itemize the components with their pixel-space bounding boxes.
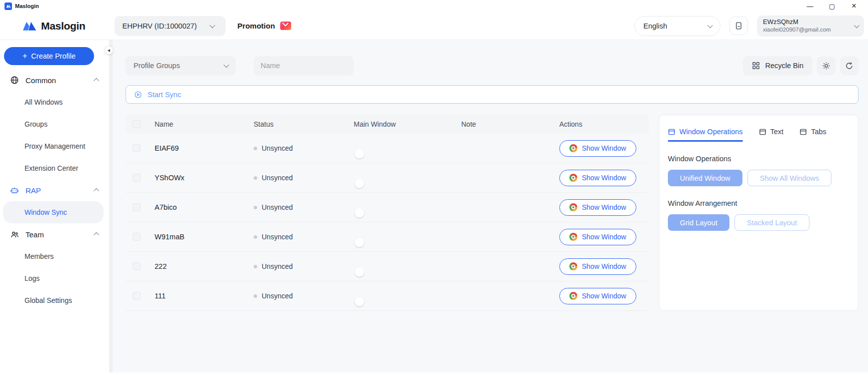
sidebar-item-groups[interactable]: Groups (0, 113, 109, 135)
sidebar-item-extension-center[interactable]: Extension Center (0, 157, 109, 179)
row-checkbox[interactable] (133, 174, 141, 182)
select-all-checkbox[interactable] (133, 120, 141, 128)
window-title: Maslogin (15, 3, 39, 9)
sync-status: Unsynced (254, 233, 354, 241)
row-checkbox[interactable] (133, 203, 141, 211)
show-window-button[interactable]: Show Window (559, 199, 636, 216)
workspace-selector[interactable]: EHPHRV (ID:1000027) (115, 16, 226, 36)
refresh-button[interactable] (840, 57, 858, 75)
sidebar: + Create Profile Common All Windows Grou… (0, 40, 109, 375)
brand-logo: Maslogin (23, 20, 86, 32)
create-profile-button[interactable]: + Create Profile (4, 47, 94, 65)
unified-window-button[interactable]: Unified Window (668, 170, 742, 186)
chevron-up-icon (94, 78, 99, 84)
create-profile-label: Create Profile (31, 52, 76, 60)
table-header: Name Status Main Window Note Actions (126, 115, 649, 134)
sidebar-section-common[interactable]: Common (0, 69, 109, 91)
chevron-down-icon (224, 62, 229, 68)
table-body: EIAF69 Unsynced Show Window YShOWx Unsyn… (126, 134, 649, 311)
sidebar-item-global-settings[interactable]: Global Settings (0, 289, 109, 311)
show-window-label: Show Window (582, 292, 626, 300)
tab-label: Window Operations (679, 128, 743, 136)
sidebar-item-logs[interactable]: Logs (0, 267, 109, 289)
maximize-button[interactable]: ▢ (821, 1, 843, 12)
row-checkbox[interactable] (133, 144, 141, 152)
chevron-down-icon (707, 22, 713, 28)
close-button[interactable]: × (843, 1, 865, 12)
status-dot-icon (254, 176, 257, 180)
profile-groups-dropdown[interactable]: Profile Groups (126, 56, 236, 76)
tab-window-operations[interactable]: Window Operations (668, 128, 743, 142)
workspace-label: EHPHRV (ID:1000027) (123, 22, 197, 30)
table-row: 222 Unsynced Show Window (126, 252, 649, 281)
window-icon (799, 128, 807, 136)
profile-name: W91maB (155, 233, 254, 241)
chrome-icon (569, 174, 577, 182)
row-checkbox[interactable] (133, 233, 141, 241)
sidebar-item-all-windows[interactable]: All Windows (0, 91, 109, 113)
chevron-up-icon (94, 188, 99, 194)
table-row: EIAF69 Unsynced Show Window (126, 134, 649, 163)
grid-layout-button[interactable]: Grid Layout (668, 214, 729, 231)
show-window-button[interactable]: Show Window (559, 288, 636, 304)
row-checkbox[interactable] (133, 292, 141, 300)
brand-logo-icon (23, 21, 37, 32)
app-header: Maslogin EHPHRV (ID:1000027) Promotion E… (0, 12, 868, 40)
minimize-button[interactable]: — (799, 1, 821, 12)
window-titlebar: Maslogin — ▢ × (0, 0, 868, 12)
profile-name: A7bico (155, 203, 254, 211)
status-dot-icon (254, 206, 257, 209)
chrome-icon (569, 262, 577, 270)
show-window-label: Show Window (582, 174, 626, 182)
chrome-icon (569, 292, 577, 300)
red-packet-icon (280, 22, 291, 30)
sidebar-item-proxy-management[interactable]: Proxy Management (0, 135, 109, 157)
show-window-button[interactable]: Show Window (559, 170, 636, 186)
window-arrangement-heading: Window Arrangement (668, 199, 849, 207)
window-icon (759, 128, 766, 136)
search-input[interactable] (261, 62, 354, 70)
column-header-note: Note (461, 120, 559, 128)
window-operations-panel: Window Operations Text Tabs (659, 115, 858, 311)
promotion-label: Promotion (238, 22, 275, 30)
sidebar-section-team[interactable]: Team (0, 223, 109, 245)
tab-label: Tabs (811, 128, 826, 136)
show-window-label: Show Window (582, 144, 626, 152)
table-row: 111 Unsynced Show Window (126, 281, 649, 311)
tab-text[interactable]: Text (759, 128, 784, 142)
sidebar-scrollbar[interactable] (109, 40, 113, 375)
status-dot-icon (254, 147, 257, 150)
sidebar-item-members[interactable]: Members (0, 245, 109, 267)
recycle-bin-button[interactable]: Recycle Bin (743, 56, 812, 76)
chrome-icon (569, 233, 577, 241)
profiles-table: Name Status Main Window Note Actions EIA… (126, 115, 649, 311)
sidebar-collapse-button[interactable] (105, 46, 113, 55)
show-window-button[interactable]: Show Window (559, 229, 636, 245)
chevron-up-icon (94, 232, 99, 238)
sync-status: Unsynced (254, 292, 354, 300)
sidebar-section-rap[interactable]: RAP (0, 179, 109, 201)
language-selector[interactable]: English (634, 16, 720, 36)
robot-icon (10, 186, 19, 195)
globe-icon (10, 76, 19, 85)
docs-button[interactable] (729, 17, 748, 35)
show-all-windows-button[interactable]: Show All Windows (747, 170, 831, 186)
account-menu[interactable]: EWzSQhzM xiaofei020907@gmail.com (757, 16, 864, 37)
team-icon (10, 230, 19, 239)
row-checkbox[interactable] (133, 262, 141, 270)
gear-icon (822, 62, 830, 70)
start-sync-button[interactable]: Start Sync (126, 85, 858, 104)
show-window-button[interactable]: Show Window (559, 140, 636, 157)
account-name: EWzSQhzM (763, 18, 831, 26)
settings-button[interactable] (817, 57, 835, 75)
chrome-icon (569, 144, 577, 152)
stacked-layout-button[interactable]: Stacked Layout (734, 214, 809, 231)
tab-tabs[interactable]: Tabs (799, 128, 826, 142)
play-circle-icon (134, 91, 142, 99)
show-window-button[interactable]: Show Window (559, 258, 636, 275)
show-window-label: Show Window (582, 203, 626, 211)
promotion-link[interactable]: Promotion (238, 22, 291, 30)
status-text: Unsynced (262, 262, 293, 270)
column-header-status: Status (254, 120, 354, 128)
sidebar-item-window-sync[interactable]: Window Sync (3, 201, 104, 223)
